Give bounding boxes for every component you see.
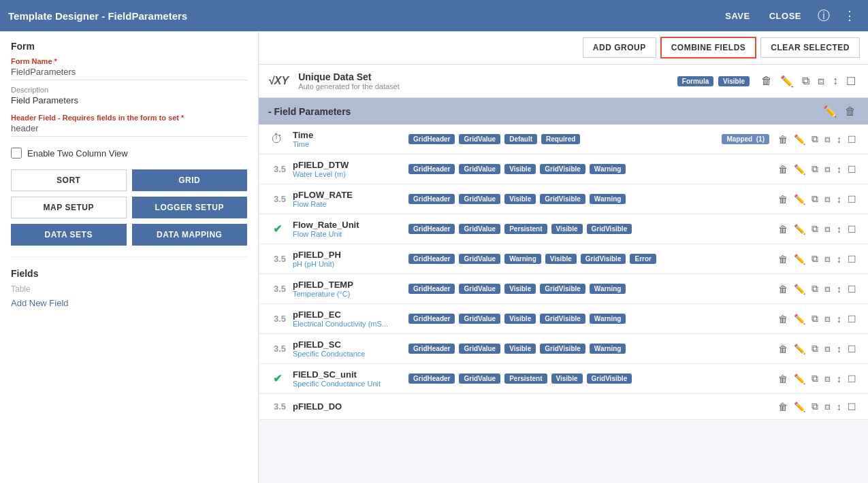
field-copy-icon[interactable]: ⧉	[809, 222, 820, 236]
save-button[interactable]: SAVE	[718, 8, 756, 24]
field-delete-icon[interactable]: 🗑	[776, 163, 790, 176]
field-copy-icon[interactable]: ⧉	[809, 162, 820, 176]
field-delete-icon[interactable]: 🗑	[776, 312, 790, 326]
field-delete-icon[interactable]: 🗑	[776, 400, 790, 414]
field-duplicate-icon[interactable]: ⧈	[822, 282, 833, 296]
field-edit-icon[interactable]: ✏️	[792, 312, 807, 326]
field-row: 3.5 pFIELD_DTW Water Level (m) GridHeade…	[259, 154, 868, 184]
field-copy-icon[interactable]: ⧉	[809, 132, 820, 146]
two-column-checkbox[interactable]	[11, 148, 22, 159]
dataset-badges: Formula Visible	[677, 76, 752, 86]
field-edit-icon[interactable]: ✏️	[792, 400, 807, 414]
dataset-delete-icon[interactable]: 🗑	[758, 73, 775, 88]
fp-delete-icon[interactable]: 🗑	[842, 103, 858, 119]
field-edit-icon[interactable]: ✏️	[792, 193, 807, 206]
field-edit-icon[interactable]: ✏️	[792, 372, 807, 386]
field-edit-icon[interactable]: ✏️	[792, 342, 807, 356]
dataset-edit-icon[interactable]: ✏️	[777, 73, 797, 89]
close-button[interactable]: CLOSE	[762, 8, 808, 24]
field-expand-icon[interactable]: ☐	[846, 252, 858, 266]
field-expand-icon[interactable]: ☐	[846, 193, 858, 206]
field-copy-icon[interactable]: ⧉	[809, 342, 820, 356]
field-sub: Electrical Conductivity (mS...	[293, 320, 402, 328]
field-reorder-icon[interactable]: ↕	[835, 193, 843, 206]
field-delete-icon[interactable]: 🗑	[776, 342, 790, 356]
add-group-button[interactable]: ADD GROUP	[583, 37, 656, 58]
field-copy-icon[interactable]: ⧉	[809, 282, 820, 296]
field-row: 3.5 pFIELD_DO 🗑 ✏️ ⧉ ⧈ ↕ ☐	[259, 394, 868, 420]
dataset-duplicate-icon[interactable]: ⧈	[815, 73, 827, 88]
field-edit-icon[interactable]: ✏️	[792, 252, 807, 266]
table-label: Table	[11, 284, 247, 294]
field-expand-icon[interactable]: ☐	[846, 372, 858, 386]
data-sets-button[interactable]: DATA SETS	[11, 224, 127, 246]
field-expand-icon[interactable]: ☐	[846, 312, 858, 326]
add-new-field-link[interactable]: Add New Field	[11, 298, 69, 308]
field-duplicate-icon[interactable]: ⧈	[822, 222, 833, 236]
field-copy-icon[interactable]: ⧉	[809, 371, 820, 386]
field-delete-icon[interactable]: 🗑	[776, 282, 790, 296]
field-duplicate-icon[interactable]: ⧈	[822, 192, 833, 206]
field-delete-icon[interactable]: 🗑	[776, 193, 790, 206]
clear-selected-button[interactable]: CLEAR SELECTED	[760, 37, 860, 58]
field-copy-icon[interactable]: ⧉	[809, 192, 820, 206]
dataset-expand-icon[interactable]: ☐	[843, 73, 858, 89]
field-info: pFIELD_DTW Water Level (m)	[293, 160, 402, 178]
field-badge: Warning	[504, 254, 541, 264]
sort-button[interactable]: SORT	[11, 169, 127, 191]
field-reorder-icon[interactable]: ↕	[835, 133, 843, 146]
dataset-reorder-icon[interactable]: ↕	[830, 73, 841, 88]
field-expand-icon[interactable]: ☐	[846, 133, 858, 146]
field-expand-icon[interactable]: ☐	[846, 342, 858, 356]
field-reorder-icon[interactable]: ↕	[835, 222, 843, 236]
field-duplicate-icon[interactable]: ⧈	[822, 399, 833, 414]
logger-setup-button[interactable]: LOGGER SETUP	[132, 197, 248, 218]
field-delete-icon[interactable]: 🗑	[776, 372, 790, 386]
field-reorder-icon[interactable]: ↕	[835, 163, 843, 176]
field-name: pFIELD_PH	[293, 250, 402, 260]
field-name: pFIELD_TEMP	[293, 280, 402, 290]
field-edit-icon[interactable]: ✏️	[792, 282, 807, 296]
field-expand-icon[interactable]: ☐	[846, 222, 858, 236]
field-expand-icon[interactable]: ☐	[846, 163, 858, 176]
field-duplicate-icon[interactable]: ⧈	[822, 371, 833, 386]
field-badge: GridVisible	[540, 314, 585, 324]
field-reorder-icon[interactable]: ↕	[835, 282, 843, 296]
field-duplicate-icon[interactable]: ⧈	[822, 162, 833, 176]
field-duplicate-icon[interactable]: ⧈	[822, 132, 833, 146]
field-copy-icon[interactable]: ⧉	[809, 399, 820, 414]
data-mapping-button[interactable]: DATA MAPPING	[132, 224, 248, 246]
field-info: pFIELD_SC Specific Conductance	[293, 339, 402, 358]
field-edit-icon[interactable]: ✏️	[792, 163, 807, 176]
field-reorder-icon[interactable]: ↕	[835, 372, 843, 386]
field-info: pFIELD_PH pH (pH Unit)	[293, 250, 402, 268]
field-edit-icon[interactable]: ✏️	[792, 222, 807, 236]
field-row: 3.5 pFIELD_PH pH (pH Unit) GridHeaderGri…	[259, 244, 868, 274]
field-reorder-icon[interactable]: ↕	[835, 312, 843, 326]
field-copy-icon[interactable]: ⧉	[809, 312, 820, 326]
field-duplicate-icon[interactable]: ⧈	[822, 312, 833, 326]
field-reorder-icon[interactable]: ↕	[835, 252, 843, 266]
field-delete-icon[interactable]: 🗑	[776, 222, 790, 236]
field-delete-icon[interactable]: 🗑	[776, 252, 790, 266]
field-actions: 🗑 ✏️ ⧉ ⧈ ↕ ☐	[776, 162, 858, 176]
field-expand-icon[interactable]: ☐	[846, 282, 858, 296]
two-column-label[interactable]: Enable Two Column View	[27, 148, 128, 159]
visible-badge: Visible	[718, 76, 750, 86]
map-setup-button[interactable]: MAP SETUP	[11, 197, 127, 218]
info-icon[interactable]: ⓘ	[814, 5, 834, 27]
combine-fields-button[interactable]: COMBINE FIELDS	[660, 37, 757, 59]
field-copy-icon[interactable]: ⧉	[809, 252, 820, 266]
fp-edit-icon[interactable]: ✏️	[820, 103, 839, 119]
dataset-copy-icon[interactable]: ⧉	[799, 73, 812, 88]
field-duplicate-icon[interactable]: ⧈	[822, 252, 833, 266]
grid-button[interactable]: GRID	[132, 169, 248, 191]
field-duplicate-icon[interactable]: ⧈	[822, 342, 833, 356]
field-sub: Temperature (°C)	[293, 290, 402, 298]
field-reorder-icon[interactable]: ↕	[835, 342, 843, 356]
field-delete-icon[interactable]: 🗑	[776, 133, 790, 146]
field-reorder-icon[interactable]: ↕	[835, 400, 843, 414]
more-options-icon[interactable]: ⋮	[839, 5, 860, 26]
field-expand-icon[interactable]: ☐	[846, 400, 858, 414]
field-edit-icon[interactable]: ✏️	[792, 133, 807, 146]
